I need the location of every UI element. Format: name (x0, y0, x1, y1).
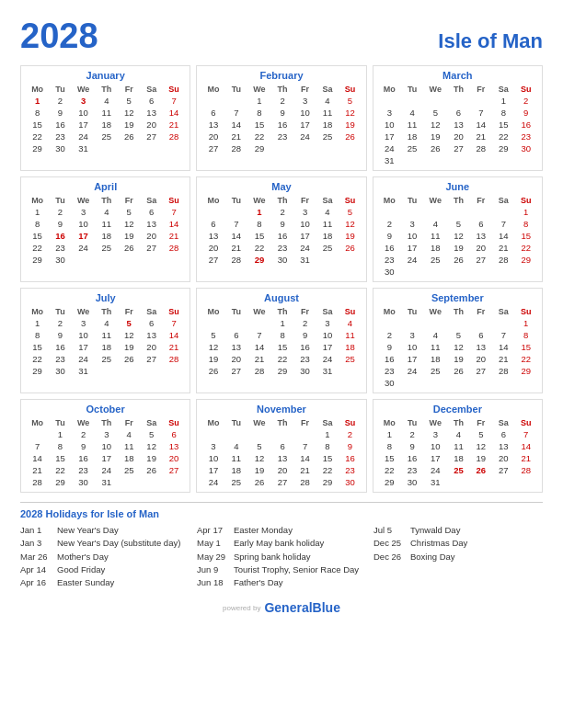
table-row: 13141516171819 (201, 119, 361, 131)
cal-cell: 27 (163, 464, 185, 476)
brand-general: General (264, 600, 312, 615)
col-header-we: We (423, 195, 447, 206)
cal-cell: 31 (378, 154, 401, 166)
cal-cell (423, 266, 447, 278)
cal-cell: 11 (96, 218, 118, 230)
cal-cell (447, 154, 469, 166)
cal-cell: 6 (470, 218, 492, 230)
cal-cell: 29 (271, 365, 293, 377)
cal-cell: 20 (492, 452, 514, 464)
cal-cell: 16 (378, 242, 401, 254)
cal-cell: 19 (423, 131, 447, 142)
col-header-tu: Tu (225, 84, 247, 95)
cal-cell: 15 (492, 119, 514, 131)
holiday-item: Jun 9Tourist Trophy, Senior Race Day (197, 563, 366, 576)
col-header-sa: Sa (140, 306, 162, 317)
col-header-mo: Mo (201, 306, 224, 317)
cal-cell: 23 (49, 131, 71, 142)
cal-cell: 14 (247, 341, 271, 353)
cal-cell: 22 (26, 131, 49, 142)
col-header-mo: Mo (201, 417, 224, 428)
cal-cell: 15 (26, 230, 49, 242)
cal-cell: 8 (515, 329, 537, 341)
cal-cell: 12 (339, 218, 361, 230)
cal-cell: 7 (225, 218, 247, 230)
cal-cell (447, 95, 469, 107)
cal-cell: 5 (339, 206, 361, 218)
month-block-november: NovemberMoTuWeThFrSaSu123456789101112131… (196, 399, 366, 493)
month-name: April (26, 181, 185, 192)
holiday-name: Mother's Day (57, 551, 109, 563)
table-row: 16171819202122 (378, 353, 537, 365)
cal-cell: 26 (339, 131, 361, 142)
cal-cell: 13 (470, 341, 492, 353)
cal-cell: 3 (401, 218, 423, 230)
cal-cell: 9 (378, 341, 401, 353)
cal-cell: 25 (339, 353, 361, 365)
cal-cell (163, 142, 185, 154)
table-row: 293031 (26, 365, 185, 377)
table-row: 891011121314 (26, 329, 185, 341)
col-header-th: Th (447, 84, 469, 95)
cal-cell: 19 (339, 119, 361, 131)
cal-cell: 20 (140, 230, 162, 242)
cal-cell: 3 (293, 206, 316, 218)
cal-cell: 12 (247, 452, 271, 464)
cal-cell: 19 (201, 353, 224, 365)
cal-cell: 18 (225, 464, 247, 476)
table-row: 23242526272829 (378, 254, 537, 266)
col-header-mo: Mo (378, 306, 401, 317)
cal-cell: 1 (316, 428, 339, 440)
cal-cell (339, 254, 361, 266)
cal-cell: 17 (378, 131, 401, 142)
cal-cell: 24 (72, 353, 96, 365)
cal-cell: 2 (49, 317, 71, 329)
cal-cell: 28 (515, 464, 537, 476)
holiday-item: May 29Spring bank holiday (197, 551, 366, 563)
cal-cell: 23 (271, 131, 293, 142)
table-row: 9101112131415 (378, 230, 537, 242)
cal-cell: 6 (447, 107, 469, 119)
cal-cell: 17 (401, 242, 423, 254)
col-header-su: Su (515, 195, 537, 206)
month-block-may: MayMoTuWeThFrSaSu12345678910111213141516… (196, 176, 366, 282)
cal-cell: 21 (247, 353, 271, 365)
holidays-columns: Jan 1New Year's DayJan 3New Year's Day (… (20, 524, 543, 589)
cal-cell: 9 (49, 107, 71, 119)
table-row: 20212223242526 (201, 131, 361, 142)
cal-cell: 26 (201, 365, 224, 377)
col-header-mo: Mo (26, 306, 49, 317)
cal-cell: 10 (316, 329, 339, 341)
cal-cell: 21 (225, 131, 247, 142)
col-header-fr: Fr (293, 195, 316, 206)
cal-cell: 28 (225, 142, 247, 154)
cal-cell: 4 (401, 107, 423, 119)
cal-cell: 25 (96, 353, 118, 365)
col-header-sa: Sa (140, 84, 162, 95)
cal-cell: 14 (26, 452, 49, 464)
cal-cell: 24 (72, 242, 96, 254)
col-header-tu: Tu (401, 84, 423, 95)
cal-cell: 24 (316, 353, 339, 365)
cal-cell: 16 (378, 353, 401, 365)
cal-cell: 9 (515, 107, 537, 119)
table-row: 22232425262728 (26, 242, 185, 254)
table-row: 12345 (201, 95, 361, 107)
cal-cell: 5 (140, 428, 162, 440)
cal-cell: 27 (201, 254, 224, 266)
table-row: 24252627282930 (378, 142, 537, 154)
cal-cell (515, 266, 537, 278)
table-row: 20212223242526 (201, 242, 361, 254)
cal-cell (96, 365, 118, 377)
table-row: 21222324252627 (26, 464, 185, 476)
cal-cell: 28 (163, 242, 185, 254)
cal-cell (72, 254, 96, 266)
col-header-sa: Sa (492, 84, 514, 95)
cal-cell: 7 (470, 107, 492, 119)
cal-cell: 11 (423, 341, 447, 353)
cal-cell: 8 (492, 107, 514, 119)
cal-cell: 18 (118, 452, 140, 464)
cal-cell: 31 (96, 476, 118, 488)
cal-cell: 31 (423, 476, 447, 488)
cal-cell: 12 (447, 230, 469, 242)
